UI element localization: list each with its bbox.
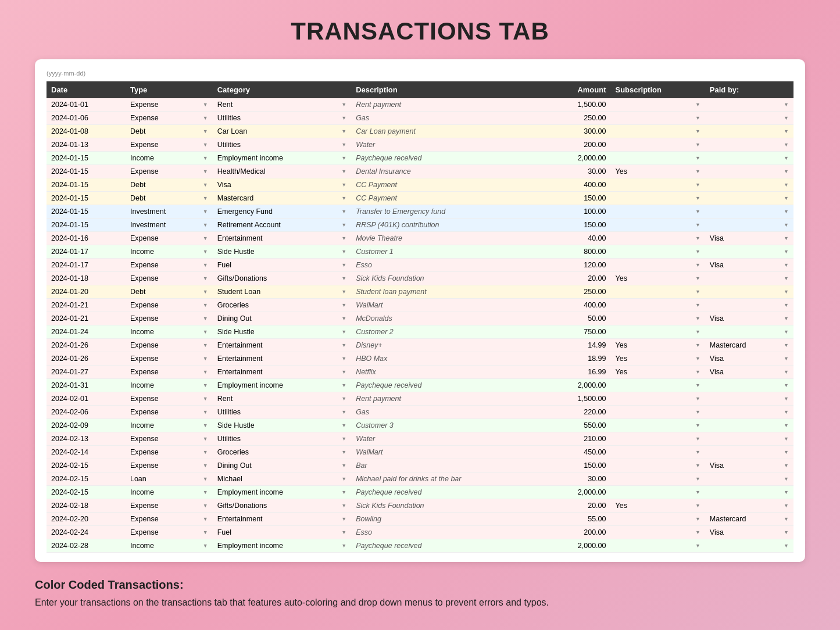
cell-subscription[interactable]: Yes▼ [610,499,705,513]
cell-category[interactable]: Side Hustle▼ [213,245,351,259]
dropdown-arrow-icon[interactable]: ▼ [203,275,208,281]
dropdown-arrow-icon[interactable]: ▼ [695,489,700,495]
dropdown-arrow-icon[interactable]: ▼ [341,182,346,188]
cell-subscription[interactable]: ▼ [610,285,705,299]
cell-type[interactable]: Expense▼ [126,499,213,513]
cell-subscription[interactable]: ▼ [610,446,705,459]
cell-category[interactable]: Groceries▼ [213,299,351,312]
dropdown-arrow-icon[interactable]: ▼ [695,115,700,121]
dropdown-arrow-icon[interactable]: ▼ [203,115,208,121]
cell-type[interactable]: Expense▼ [126,459,213,472]
cell-subscription[interactable]: ▼ [610,178,705,192]
dropdown-arrow-icon[interactable]: ▼ [341,169,346,174]
dropdown-arrow-icon[interactable]: ▼ [341,102,346,108]
cell-paid-by[interactable]: ▼ [705,299,793,312]
cell-subscription[interactable]: ▼ [610,419,705,432]
dropdown-arrow-icon[interactable]: ▼ [695,463,700,468]
dropdown-arrow-icon[interactable]: ▼ [203,222,208,228]
cell-category[interactable]: Rent▼ [213,392,351,406]
dropdown-arrow-icon[interactable]: ▼ [341,142,346,148]
dropdown-arrow-icon[interactable]: ▼ [784,302,789,308]
cell-type[interactable]: Debt▼ [126,125,213,138]
dropdown-arrow-icon[interactable]: ▼ [203,396,208,402]
dropdown-arrow-icon[interactable]: ▼ [784,209,789,214]
cell-category[interactable]: Side Hustle▼ [213,325,351,339]
cell-subscription[interactable]: ▼ [610,513,705,526]
dropdown-arrow-icon[interactable]: ▼ [784,382,789,388]
dropdown-arrow-icon[interactable]: ▼ [784,262,789,268]
cell-paid-by[interactable]: ▼ [705,419,793,432]
dropdown-arrow-icon[interactable]: ▼ [784,329,789,335]
dropdown-arrow-icon[interactable]: ▼ [784,142,789,148]
cell-paid-by[interactable]: ▼ [705,98,793,112]
cell-subscription[interactable]: ▼ [610,472,705,486]
dropdown-arrow-icon[interactable]: ▼ [341,289,346,295]
cell-paid-by[interactable]: Mastercard▼ [705,513,793,526]
dropdown-arrow-icon[interactable]: ▼ [695,449,700,455]
cell-paid-by[interactable]: ▼ [705,539,793,553]
dropdown-arrow-icon[interactable]: ▼ [341,195,346,201]
dropdown-arrow-icon[interactable]: ▼ [695,356,700,361]
cell-paid-by[interactable]: ▼ [705,406,793,419]
cell-paid-by[interactable]: ▼ [705,432,793,446]
dropdown-arrow-icon[interactable]: ▼ [341,463,346,468]
dropdown-arrow-icon[interactable]: ▼ [203,436,208,442]
cell-type[interactable]: Expense▼ [126,138,213,152]
dropdown-arrow-icon[interactable]: ▼ [341,115,346,121]
cell-subscription[interactable]: ▼ [610,325,705,339]
cell-type[interactable]: Expense▼ [126,406,213,419]
cell-subscription[interactable]: ▼ [610,539,705,553]
cell-category[interactable]: Visa▼ [213,178,351,192]
cell-subscription[interactable]: Yes▼ [610,165,705,178]
dropdown-arrow-icon[interactable]: ▼ [695,195,700,201]
cell-category[interactable]: Health/Medical▼ [213,165,351,178]
dropdown-arrow-icon[interactable]: ▼ [695,155,700,161]
dropdown-arrow-icon[interactable]: ▼ [341,249,346,255]
dropdown-arrow-icon[interactable]: ▼ [784,516,789,522]
cell-subscription[interactable]: ▼ [610,152,705,165]
dropdown-arrow-icon[interactable]: ▼ [784,316,789,321]
dropdown-arrow-icon[interactable]: ▼ [341,356,346,361]
cell-subscription[interactable]: Yes▼ [610,339,705,352]
dropdown-arrow-icon[interactable]: ▼ [695,409,700,415]
cell-category[interactable]: Gifts/Donations▼ [213,499,351,513]
dropdown-arrow-icon[interactable]: ▼ [784,543,789,549]
cell-subscription[interactable]: ▼ [610,138,705,152]
dropdown-arrow-icon[interactable]: ▼ [695,289,700,295]
cell-type[interactable]: Expense▼ [126,513,213,526]
cell-subscription[interactable]: ▼ [610,526,705,539]
dropdown-arrow-icon[interactable]: ▼ [341,503,346,509]
cell-type[interactable]: Expense▼ [126,259,213,272]
dropdown-arrow-icon[interactable]: ▼ [784,449,789,455]
cell-paid-by[interactable]: ▼ [705,472,793,486]
dropdown-arrow-icon[interactable]: ▼ [784,169,789,174]
cell-type[interactable]: Expense▼ [126,98,213,112]
dropdown-arrow-icon[interactable]: ▼ [203,423,208,428]
cell-type[interactable]: Expense▼ [126,432,213,446]
dropdown-arrow-icon[interactable]: ▼ [784,423,789,428]
dropdown-arrow-icon[interactable]: ▼ [341,382,346,388]
cell-category[interactable]: Mastercard▼ [213,192,351,205]
cell-category[interactable]: Fuel▼ [213,259,351,272]
dropdown-arrow-icon[interactable]: ▼ [203,529,208,535]
dropdown-arrow-icon[interactable]: ▼ [784,195,789,201]
dropdown-arrow-icon[interactable]: ▼ [695,316,700,321]
dropdown-arrow-icon[interactable]: ▼ [695,369,700,375]
dropdown-arrow-icon[interactable]: ▼ [203,289,208,295]
dropdown-arrow-icon[interactable]: ▼ [203,209,208,214]
cell-type[interactable]: Debt▼ [126,178,213,192]
cell-subscription[interactable]: ▼ [610,379,705,392]
cell-category[interactable]: Retirement Account▼ [213,219,351,232]
dropdown-arrow-icon[interactable]: ▼ [203,128,208,134]
dropdown-arrow-icon[interactable]: ▼ [203,102,208,108]
cell-type[interactable]: Expense▼ [126,272,213,285]
dropdown-arrow-icon[interactable]: ▼ [784,476,789,482]
cell-paid-by[interactable]: ▼ [705,379,793,392]
cell-category[interactable]: Utilities▼ [213,406,351,419]
cell-paid-by[interactable]: ▼ [705,245,793,259]
cell-type[interactable]: Loan▼ [126,472,213,486]
dropdown-arrow-icon[interactable]: ▼ [341,529,346,535]
dropdown-arrow-icon[interactable]: ▼ [203,463,208,468]
cell-category[interactable]: Gifts/Donations▼ [213,272,351,285]
dropdown-arrow-icon[interactable]: ▼ [695,329,700,335]
